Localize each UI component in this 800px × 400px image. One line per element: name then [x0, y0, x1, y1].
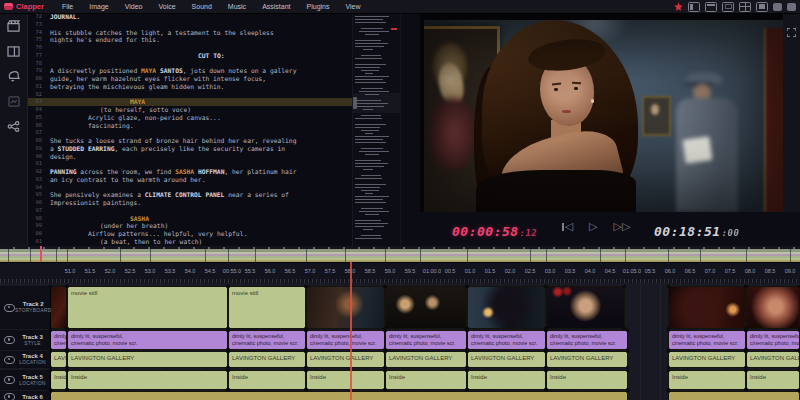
script-line[interactable]: 96Impressionist paintings. — [28, 199, 352, 207]
menu-item-sound[interactable]: Sound — [184, 3, 220, 10]
fullscreen-icon[interactable] — [787, 23, 796, 32]
layout-grid-icon[interactable] — [739, 2, 751, 12]
window-small-b-icon[interactable] — [787, 3, 796, 11]
timeline-cell-storyboard[interactable] — [385, 286, 467, 329]
menu-item-assistant[interactable]: Assistant — [254, 3, 298, 10]
layout-save-icon[interactable] — [756, 2, 768, 12]
script-line[interactable]: 93an icy contrast to the warmth around h… — [28, 176, 352, 184]
fast-forward-button[interactable]: ▷▷ — [613, 220, 630, 234]
timeline-cell-storyboard[interactable] — [467, 286, 546, 329]
screenplay-edit-icon[interactable] — [6, 19, 21, 33]
timeline-cell-loc2[interactable]: Inside — [546, 370, 628, 390]
timeline-cell-loc1[interactable]: LAVINGTON GALLERY — [746, 351, 800, 368]
script-minimap[interactable] — [352, 13, 401, 246]
menu-item-plugins[interactable]: Plugins — [299, 3, 338, 10]
script-line[interactable]: 00Airflow patterns... helpful, very help… — [28, 230, 352, 238]
timeline-cell-storyboard[interactable]: movie still — [228, 286, 306, 329]
timeline-cell-loc2[interactable]: Inside — [746, 370, 800, 390]
timeline-cell-style[interactable]: dimly lit, suspenseful, cinematic photo,… — [228, 330, 306, 350]
script-line[interactable]: 89a STUDDED EARRING, each precisely like… — [28, 145, 352, 153]
script-line[interactable]: 97 — [28, 207, 352, 215]
script-line[interactable]: 80guide, her warm hazelnut eyes flicker … — [28, 75, 352, 83]
timeline-cell-loc1[interactable]: LAVINGTON GALLERY — [668, 351, 746, 368]
play-button[interactable]: ▷ — [589, 220, 597, 234]
panel-layout-icon[interactable] — [6, 44, 21, 58]
script-line[interactable]: 83MAYA — [28, 98, 352, 106]
timeline-cell-storyboard[interactable]: movie still — [67, 286, 228, 329]
visibility-icon[interactable] — [4, 393, 15, 400]
track-name[interactable]: Track 6 — [15, 394, 50, 400]
timeline-cell-storyboard[interactable] — [668, 286, 746, 329]
script-line[interactable]: 98SASHA — [28, 215, 352, 223]
timeline-cell-loc2[interactable]: Inside — [228, 370, 306, 390]
script-line[interactable]: 74His stubble catches the light, a testa… — [28, 29, 352, 37]
timeline-cell-loc2[interactable]: Inside — [67, 370, 228, 390]
script-line[interactable]: 94 — [28, 184, 352, 192]
layout-left-icon[interactable] — [688, 2, 700, 12]
script-line[interactable]: 92PANNING across the room, we find SASHA… — [28, 168, 352, 176]
timeline-cell-loc1[interactable]: LAVINGTON GALLERY — [228, 351, 306, 368]
script-line[interactable]: 91 — [28, 160, 352, 168]
timeline-cell-loc2[interactable]: Inside — [50, 370, 67, 390]
video-frame[interactable] — [424, 20, 783, 212]
script-line[interactable]: 01(a beat, then to her watch) — [28, 238, 352, 246]
timeline-cell-track6[interactable] — [50, 391, 628, 400]
timeline-cell-loc1[interactable]: LAVINGTON GALLERY — [67, 351, 228, 368]
script-line[interactable]: 77CUT TO: — [28, 52, 352, 60]
skip-start-button[interactable]: ◁ — [562, 220, 573, 234]
script-line[interactable]: 88She tucks a loose strand of bronze hai… — [28, 137, 352, 145]
timeline-cell-storyboard[interactable] — [746, 286, 800, 329]
timeline-cell-track6[interactable] — [668, 391, 800, 400]
timeline-cell-loc2[interactable]: Inside — [306, 370, 385, 390]
script-line[interactable]: 78 — [28, 60, 352, 68]
timeline-cell-style[interactable]: dimly lit, suspenseful, cinematic photo,… — [67, 330, 228, 350]
script-line[interactable]: 73 — [28, 21, 352, 29]
track-name[interactable]: Track 5 — [15, 374, 50, 381]
script-editor[interactable]: 72JOURNAL.7374His stubble catches the li… — [28, 13, 352, 246]
menu-item-file[interactable]: File — [54, 3, 81, 10]
assistant-bell-icon[interactable] — [6, 69, 21, 83]
visibility-icon[interactable] — [4, 356, 15, 364]
script-line[interactable]: 90design. — [28, 153, 352, 161]
menu-item-music[interactable]: Music — [220, 3, 254, 10]
script-line[interactable]: 81betraying the mischievous gleam hidden… — [28, 83, 352, 91]
timeline-ruler[interactable]: 51.051.552.052.553.053.554.054.500:55.05… — [0, 262, 800, 285]
window-small-a-icon[interactable] — [773, 3, 782, 11]
timeline-cell-style[interactable]: dimly lit, suspenseful, cinematic photo,… — [668, 330, 746, 350]
layout-plain-icon[interactable] — [722, 2, 734, 12]
playhead[interactable] — [350, 262, 352, 400]
script-line[interactable]: 84(to herself, sotto voce) — [28, 106, 352, 114]
layout-top-icon[interactable] — [705, 2, 717, 12]
frame-icon[interactable] — [6, 94, 21, 108]
timeline-cell-loc1[interactable]: LAVINGTON GALLERY — [467, 351, 546, 368]
signal-red-icon[interactable] — [674, 0, 683, 16]
timeline-cell-loc2[interactable]: Inside — [385, 370, 467, 390]
menu-item-voice[interactable]: Voice — [150, 3, 183, 10]
node-graph-icon[interactable] — [6, 119, 21, 133]
track-name[interactable]: Track 3 — [15, 334, 50, 341]
timeline-cell-style[interactable]: dimly lit, suspenseful, cinematic photo,… — [467, 330, 546, 350]
script-line[interactable]: 72JOURNAL. — [28, 13, 352, 21]
menu-item-image[interactable]: Image — [81, 3, 116, 10]
timeline-cell-style[interactable]: dimly lit, suspenseful, cinematic photo,… — [50, 330, 67, 350]
script-line[interactable]: 82 — [28, 91, 352, 99]
script-line[interactable]: 87 — [28, 129, 352, 137]
timeline-cell-loc1[interactable]: LAVINGTON GALLERY — [50, 351, 67, 368]
timeline-cell-loc2[interactable]: Inside — [467, 370, 546, 390]
timeline-cell-style[interactable]: dimly lit, suspenseful, cinematic photo,… — [306, 330, 385, 350]
script-line[interactable]: 76 — [28, 44, 352, 52]
script-line[interactable]: 86fascinating. — [28, 122, 352, 130]
minimap-playhead[interactable] — [40, 246, 42, 262]
script-line[interactable]: 99(under her breath) — [28, 222, 352, 230]
timeline-cell-style[interactable]: dimly lit, suspenseful, cinematic photo,… — [546, 330, 628, 350]
track-name[interactable]: Track 2 — [15, 301, 51, 308]
menu-item-view[interactable]: View — [338, 3, 369, 10]
app-logo[interactable]: Clapper — [4, 2, 44, 11]
timeline-minimap[interactable] — [0, 246, 800, 262]
track-name[interactable]: Track 4 — [15, 353, 50, 360]
script-line[interactable]: 75nights he's endured for this. — [28, 36, 352, 44]
visibility-icon[interactable] — [4, 376, 15, 384]
timeline-cell-style[interactable]: dimly lit, suspenseful, cinematic photo,… — [385, 330, 467, 350]
timeline-cell-loc1[interactable]: LAVINGTON GALLERY — [385, 351, 467, 368]
timeline-cell-loc1[interactable]: LAVINGTON GALLERY — [306, 351, 385, 368]
